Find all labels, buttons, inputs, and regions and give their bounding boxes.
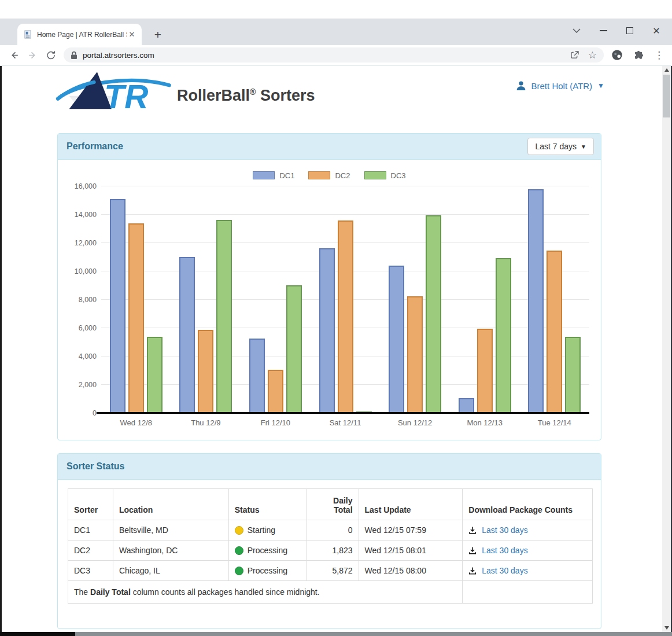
browser-tab[interactable]: Home Page | ATR RollerBall Sorte ✕: [17, 24, 142, 45]
bar-DC2: [198, 330, 213, 413]
tab-title: Home Page | ATR RollerBall Sorte: [37, 31, 127, 39]
date-range-button[interactable]: Last 7 days ▼: [527, 138, 594, 155]
tab-search-chevron-icon[interactable]: [563, 22, 590, 39]
share-icon[interactable]: [570, 50, 580, 60]
forward-button[interactable]: [23, 47, 42, 63]
vertical-scrollbar[interactable]: [662, 66, 671, 632]
download-link[interactable]: Last 30 days: [482, 566, 527, 575]
download-link[interactable]: Last 30 days: [482, 546, 527, 555]
table-row: DC1Beltsville, MDStarting0Wed 12/15 07:5…: [68, 520, 593, 541]
y-axis-tick-label: 16,000: [67, 182, 97, 190]
reload-button[interactable]: [42, 47, 60, 63]
new-tab-button[interactable]: +: [150, 27, 165, 42]
column-header: Location: [113, 489, 228, 520]
scrollbar-thumb[interactable]: [663, 75, 670, 117]
maximize-button[interactable]: [616, 22, 643, 39]
y-axis-tick-label: 2,000: [67, 381, 97, 389]
y-axis-tick-label: 6,000: [67, 324, 97, 332]
legend-item: DC2: [308, 171, 350, 180]
extensions-puzzle-icon[interactable]: [633, 49, 645, 61]
user-name[interactable]: Brett Holt (ATR): [531, 81, 593, 91]
x-axis-label: Thu 12/9: [171, 418, 241, 427]
bar-DC2: [477, 329, 493, 413]
download-icon: [468, 546, 477, 555]
bars: [101, 186, 589, 413]
brand-suffix: Sorters: [256, 87, 315, 104]
extension-icon[interactable]: [611, 49, 623, 61]
legend-label: DC2: [335, 171, 350, 180]
legend-item: DC1: [253, 171, 294, 180]
brand-title: RollerBall® Sorters: [177, 87, 315, 105]
table-cell: Last 30 days: [463, 561, 593, 581]
bar-DC1: [179, 257, 195, 413]
table-cell: Chicago, IL: [113, 561, 228, 581]
user-menu[interactable]: Brett Holt (ATR) ▼: [516, 80, 604, 91]
column-header: Last Update: [359, 489, 463, 520]
logo-tr-text: TR: [104, 78, 148, 113]
table-row: DC3Chicago, ILProcessing5,872Wed 12/15 0…: [68, 561, 593, 581]
legend-swatch: [253, 171, 275, 179]
legend-swatch: [364, 171, 386, 179]
sorter-status-title: Sorter Status: [67, 461, 124, 471]
table-cell: DC2: [68, 541, 113, 561]
y-axis-tick-label: 10,000: [67, 267, 97, 275]
user-caret-icon[interactable]: ▼: [597, 82, 604, 90]
sorter-status-panel: Sorter Status SorterLocationStatusDaily …: [57, 453, 601, 629]
url-bar[interactable]: portal.atrsorters.com ☆: [64, 47, 604, 63]
x-axis-labels: Wed 12/8Thu 12/9Fri 12/10Sat 12/11Sun 12…: [101, 418, 589, 427]
footnote-row: The Daily Total column counts all packag…: [68, 581, 593, 604]
x-axis-label: Fri 12/10: [241, 418, 311, 427]
favicon-icon: [24, 30, 32, 39]
status-table: SorterLocationStatusDaily TotalLast Upda…: [68, 488, 593, 604]
column-header: Daily Total: [307, 489, 359, 520]
scrollbar-up-arrow-icon[interactable]: [662, 66, 671, 74]
bar-DC3: [426, 215, 441, 413]
bar-DC1: [528, 189, 544, 413]
browser-toolbar: portal.atrsorters.com ☆ ⋮: [0, 45, 672, 65]
column-header: Download Package Counts: [463, 489, 593, 520]
status-dot: [235, 567, 243, 575]
sorter-status-header: Sorter Status: [58, 454, 601, 480]
bar-group: [241, 186, 311, 413]
y-axis-tick-label: 8,000: [67, 296, 97, 304]
chart: DC1DC2DC3 02,0004,0006,0008,00010,00012,…: [58, 160, 601, 440]
x-axis-label: Mon 12/13: [450, 418, 520, 427]
minimize-button[interactable]: [590, 22, 616, 39]
bar-DC3: [565, 337, 581, 413]
table-row: DC2Washington, DCProcessing1,823Wed 12/1…: [68, 541, 593, 561]
download-icon: [468, 567, 477, 575]
bar-group: [380, 186, 450, 413]
bar-group: [519, 186, 589, 413]
performance-title: Performance: [67, 141, 123, 151]
table-cell: Beltsville, MD: [113, 520, 228, 541]
range-caret-icon: ▼: [581, 144, 586, 150]
site-header: TR RollerBall® Sorters Brett Holt (ATR) …: [2, 68, 662, 125]
empty-cell: [463, 581, 593, 604]
legend-item: DC3: [364, 171, 406, 180]
legend-swatch: [308, 171, 330, 179]
bar-group: [101, 186, 171, 413]
back-button[interactable]: [5, 47, 23, 63]
lock-icon[interactable]: [71, 51, 77, 60]
bar-DC3: [286, 285, 302, 413]
bar-group: [450, 186, 520, 413]
tab-close-icon[interactable]: ✕: [127, 30, 137, 39]
table-cell: Wed 12/15 07:59: [359, 520, 463, 541]
status-dot: [235, 526, 243, 535]
window-bottom-edge: [0, 632, 75, 636]
performance-panel: Performance Last 7 days ▼ DC1DC2DC3 02,0…: [57, 133, 601, 440]
scrollbar-down-arrow-icon[interactable]: [662, 624, 671, 632]
bookmark-star-icon[interactable]: ☆: [588, 49, 597, 61]
brand-registered-mark: ®: [250, 87, 256, 97]
bar-DC2: [268, 370, 283, 413]
browser-window: Home Page | ATR RollerBall Sorte ✕ + ✕: [0, 19, 672, 636]
close-button[interactable]: ✕: [643, 22, 670, 39]
tab-strip: Home Page | ATR RollerBall Sorte ✕ + ✕: [0, 19, 672, 45]
download-link[interactable]: Last 30 days: [482, 525, 527, 535]
date-range-label: Last 7 days: [535, 142, 577, 151]
y-axis-tick-label: 14,000: [67, 211, 97, 219]
browser-menu-icon[interactable]: ⋮: [654, 49, 664, 61]
bar-DC1: [110, 199, 125, 413]
brand-main: RollerBall: [177, 87, 250, 104]
url-text[interactable]: portal.atrsorters.com: [83, 51, 570, 60]
